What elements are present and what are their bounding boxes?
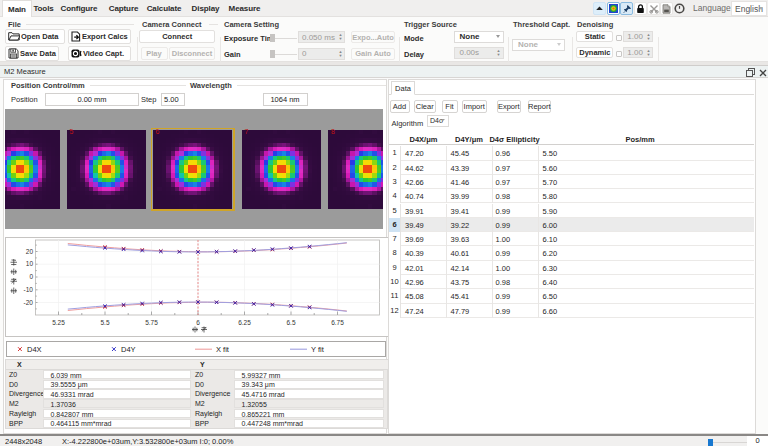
svg-text:5.75: 5.75 (145, 319, 158, 326)
svg-text:10: 10 (25, 260, 33, 267)
svg-text:6.25: 6.25 (238, 319, 251, 326)
svg-text:X f‌it: X f‌it (216, 345, 230, 354)
svg-text:6.5: 6.5 (286, 319, 295, 326)
svg-text:5.5: 5.5 (100, 319, 109, 326)
svg-text:-10: -10 (23, 286, 33, 293)
svg-text:Y f‌it: Y f‌it (311, 345, 325, 354)
svg-text:5: 5 (69, 127, 73, 134)
svg-text:7: 7 (244, 127, 248, 134)
svg-text:5.25: 5.25 (52, 319, 65, 326)
svg-text:6: 6 (196, 319, 200, 326)
svg-text:8: 8 (330, 127, 334, 134)
svg-text:6.75: 6.75 (331, 319, 344, 326)
svg-text:D4X: D4X (27, 345, 42, 354)
svg-text:20: 20 (25, 248, 33, 255)
svg-text:D4Y: D4Y (121, 345, 136, 354)
svg-text:6: 6 (155, 127, 159, 134)
svg-text:0: 0 (29, 273, 33, 280)
svg-text:-20: -20 (23, 299, 33, 306)
